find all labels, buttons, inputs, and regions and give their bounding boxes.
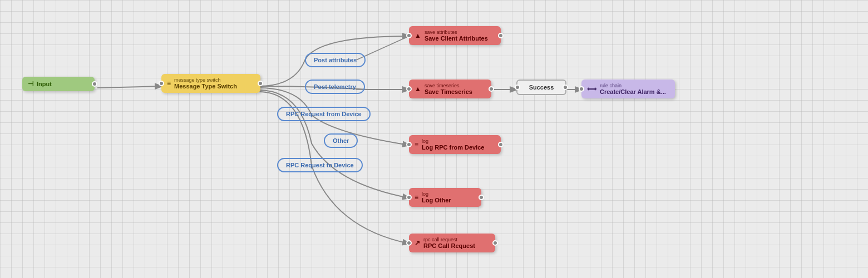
save-client-port-right bbox=[498, 33, 504, 38]
rule-chain-title: Create/Clear Alarm &... bbox=[600, 88, 666, 95]
post-attributes-label[interactable]: Post attributes bbox=[305, 53, 366, 67]
switch-icon: ≡ bbox=[167, 80, 171, 87]
save-timeseries-title: Save Timeseries bbox=[425, 88, 472, 95]
success-title: Success bbox=[529, 84, 554, 91]
save-timeseries-port-left bbox=[406, 86, 412, 92]
log-rpc-icon: ≡ bbox=[415, 141, 418, 148]
save-timeseries-port-right bbox=[489, 86, 494, 92]
save-timeseries-node[interactable]: ▲ save timeseries Save Timeseries bbox=[409, 80, 491, 98]
rpc-call-port-right bbox=[492, 240, 498, 246]
save-timeseries-label: save timeseries bbox=[425, 83, 472, 88]
rpc-call-label: rpc call request bbox=[423, 237, 475, 242]
input-icon: ⊣ bbox=[28, 80, 33, 88]
rule-chain-node[interactable]: ⟺ rule chain Create/Clear Alarm &... bbox=[581, 80, 675, 98]
log-rpc-title: Log RPC from Device bbox=[422, 144, 484, 151]
other-label[interactable]: Other bbox=[324, 133, 358, 148]
save-timeseries-icon: ▲ bbox=[415, 85, 421, 93]
log-other-title: Log Other bbox=[422, 197, 451, 203]
post-telemetry-label[interactable]: Post telemetry bbox=[305, 80, 365, 94]
success-port-right bbox=[563, 85, 568, 90]
switch-node-label: message type switch bbox=[174, 77, 237, 83]
log-other-node[interactable]: ≡ log Log Other bbox=[409, 188, 481, 207]
log-rpc-port-left bbox=[406, 142, 412, 147]
input-node[interactable]: ⊣ Input bbox=[22, 77, 95, 91]
rpc-call-title: RPC Call Request bbox=[423, 242, 475, 249]
save-client-title: Save Client Attributes bbox=[425, 35, 488, 42]
log-other-icon: ≡ bbox=[415, 193, 418, 201]
save-client-label: save attributes bbox=[425, 29, 488, 35]
rpc-request-to-label[interactable]: RPC Request to Device bbox=[277, 158, 363, 172]
log-other-port-right bbox=[479, 195, 484, 200]
rpc-request-from-label[interactable]: RPC Request from Device bbox=[277, 107, 371, 121]
log-other-port-left bbox=[406, 195, 412, 200]
log-other-label: log bbox=[422, 191, 451, 197]
success-node[interactable]: Success bbox=[516, 80, 566, 95]
rule-chain-icon: ⟺ bbox=[587, 85, 596, 93]
success-port-left bbox=[515, 85, 520, 90]
rpc-call-icon: ↗ bbox=[415, 239, 420, 247]
switch-port-left bbox=[159, 81, 164, 86]
log-rpc-node[interactable]: ≡ log Log RPC from Device bbox=[409, 135, 501, 154]
save-client-port-left bbox=[406, 33, 412, 38]
workflow-canvas: ⊣ Input ≡ message type switch Message Ty… bbox=[0, 0, 868, 278]
switch-port-right bbox=[258, 81, 263, 86]
log-rpc-label: log bbox=[422, 138, 484, 144]
message-switch-node[interactable]: ≡ message type switch Message Type Switc… bbox=[161, 74, 260, 93]
log-rpc-port-right bbox=[498, 142, 504, 147]
input-port-right bbox=[92, 81, 97, 87]
rpc-call-node[interactable]: ↗ rpc call request RPC Call Request bbox=[409, 234, 495, 252]
switch-node-title: Message Type Switch bbox=[174, 83, 237, 90]
rule-chain-port-left bbox=[579, 86, 584, 92]
save-client-icon: ▲ bbox=[415, 32, 421, 39]
save-client-node[interactable]: ▲ save attributes Save Client Attributes bbox=[409, 26, 501, 45]
rule-chain-label: rule chain bbox=[600, 83, 666, 88]
rpc-call-port-left bbox=[406, 240, 412, 246]
input-node-title: Input bbox=[37, 81, 52, 87]
